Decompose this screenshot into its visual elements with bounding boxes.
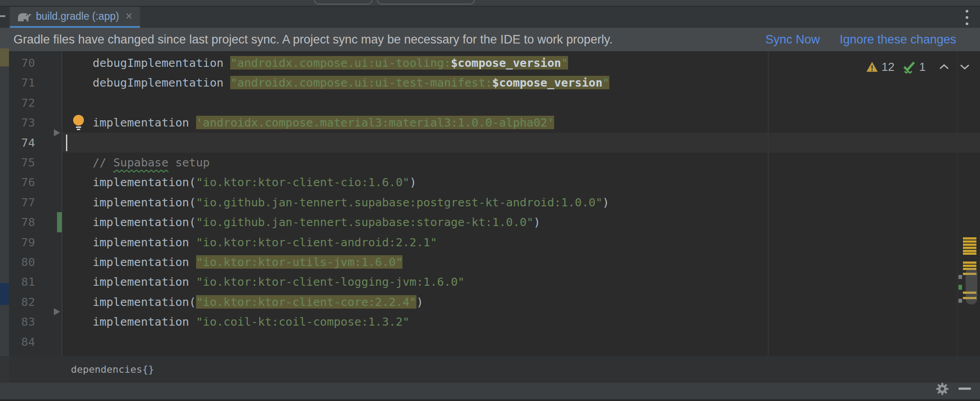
- code-segment: ): [416, 295, 423, 309]
- line-number-82[interactable]: 82: [9, 292, 35, 312]
- code-segment: implementation: [65, 235, 196, 249]
- line-number-76[interactable]: 76: [9, 172, 35, 192]
- bottom-edge-strip: [0, 399, 980, 401]
- line-number-73[interactable]: 73: [9, 113, 35, 132]
- code-segment: implementation(: [65, 295, 196, 309]
- line-number-80[interactable]: 80: [9, 252, 35, 272]
- code-segment: ): [534, 215, 540, 229]
- code-segment: "androidx.compose.ui:ui-test-manifest:: [230, 76, 492, 89]
- code-segment: "io.coil-kt:coil-compose:1.3.2": [196, 315, 410, 328]
- code-line-80[interactable]: implementation "io.ktor:ktor-utils-jvm:1…: [65, 252, 402, 272]
- error-stripe-border: [957, 51, 958, 356]
- line-number-77[interactable]: 77: [9, 192, 35, 212]
- code-line-76[interactable]: implementation("io.ktor:ktor-client-cio:…: [65, 172, 416, 192]
- line-number-74[interactable]: 74: [9, 133, 35, 153]
- code-segment: implementation(: [65, 175, 196, 189]
- line-number-70[interactable]: 70: [9, 53, 35, 73]
- code-segment: ": [603, 76, 609, 89]
- intention-bulb-icon[interactable]: [72, 114, 85, 135]
- warning-stripe-mark[interactable]: [963, 247, 976, 249]
- toolbar-button-cutoff[interactable]: [377, 0, 475, 4]
- code-line-79[interactable]: implementation "io.ktor:ktor-client-andr…: [65, 232, 437, 252]
- info-stripe-mark[interactable]: [958, 299, 962, 303]
- line-number-75[interactable]: 75: [9, 153, 35, 172]
- inspections-widget[interactable]: 12 1: [866, 59, 970, 75]
- fold-marker-icon[interactable]: [54, 129, 60, 136]
- left-outer-strip: [0, 28, 9, 382]
- warning-icon: [866, 61, 878, 73]
- breadcrumb-left-strip: [0, 356, 9, 382]
- code-segment: implementation: [65, 255, 196, 269]
- code-segment: ": [561, 56, 568, 70]
- warning-stripe-mark[interactable]: [963, 244, 976, 246]
- code-segment: debugImplementation: [65, 56, 230, 70]
- code-segment: "io.github.jan-tennert.supabase:storage-…: [196, 215, 534, 229]
- line-number-79[interactable]: 79: [9, 232, 35, 252]
- toolbar-button-cutoff[interactable]: [314, 0, 372, 4]
- gutter-separator: [61, 51, 62, 356]
- line-number-78[interactable]: 78: [9, 212, 35, 232]
- code-segment: "io.ktor:ktor-client-logging-jvm:1.6.0": [196, 275, 465, 288]
- ok-count: 1: [919, 60, 926, 74]
- text-caret: [66, 135, 67, 151]
- warning-stripe-mark[interactable]: [963, 253, 976, 255]
- gear-icon[interactable]: [935, 382, 949, 398]
- code-segment: "io.ktor:ktor-utils-jvm:1.6.0": [196, 255, 403, 269]
- line-number-72[interactable]: 72: [9, 93, 35, 113]
- code-line-71[interactable]: debugImplementation "androidx.compose.ui…: [65, 73, 609, 92]
- warning-stripe-mark[interactable]: [963, 265, 976, 267]
- bottom-tool-bar: [0, 382, 980, 399]
- fold-marker-icon[interactable]: [54, 308, 60, 315]
- info-stripe-mark[interactable]: [958, 275, 962, 279]
- breadcrumb-bar: dependencies{}: [9, 356, 980, 382]
- hide-minimize-icon[interactable]: [958, 388, 971, 390]
- tab-bar-left-strip: [0, 7, 9, 28]
- code-line-70[interactable]: debugImplementation "androidx.compose.ui…: [65, 53, 568, 73]
- code-segment: setup: [168, 156, 210, 169]
- editor-scrollbar-thumb[interactable]: [966, 268, 977, 305]
- code-segment: [65, 156, 92, 169]
- code-line-73[interactable]: implementation 'androidx.compose.materia…: [65, 113, 554, 132]
- tab-label: build.gradle (:app): [36, 10, 119, 22]
- warning-count: 12: [882, 60, 895, 74]
- code-line-75[interactable]: // Supabase setup: [65, 153, 210, 172]
- code-line-83[interactable]: implementation "io.coil-kt:coil-compose:…: [65, 312, 410, 331]
- line-number-84[interactable]: 84: [9, 332, 35, 352]
- code-segment: "androidx.compose.ui:ui-tooling:: [230, 56, 451, 70]
- code-editor[interactable]: 70 debugImplementation "androidx.compose…: [0, 51, 980, 356]
- code-segment: //: [92, 156, 113, 169]
- code-segment: $compose_version: [492, 76, 603, 89]
- code-segment: implementation: [65, 275, 196, 288]
- code-line-77[interactable]: implementation("io.github.jan-tennert.su…: [65, 192, 609, 212]
- current-line-highlight: [62, 133, 980, 153]
- code-segment: "io.ktor:ktor-client-core:2.2.4": [196, 295, 416, 309]
- right-margin-guide: [768, 51, 769, 356]
- strip-olive-marker: [0, 48, 9, 66]
- warning-stripe-mark[interactable]: [963, 262, 976, 264]
- code-segment: 'androidx.compose.material3:material3:1.…: [196, 116, 554, 129]
- warning-stripe-mark[interactable]: [963, 250, 976, 252]
- code-segment: Supabase: [113, 156, 168, 169]
- code-line-81[interactable]: implementation "io.ktor:ktor-client-logg…: [65, 272, 464, 292]
- code-segment: implementation: [65, 315, 196, 328]
- line-number-71[interactable]: 71: [9, 73, 35, 92]
- tab-build-gradle-app[interactable]: build.gradle (:app) ×: [10, 7, 140, 26]
- code-line-82[interactable]: implementation("io.ktor:ktor-client-core…: [65, 292, 423, 312]
- more-options-kebab-icon[interactable]: [965, 10, 969, 25]
- chevron-down-icon[interactable]: [960, 64, 970, 70]
- code-line-78[interactable]: implementation("io.github.jan-tennert.su…: [65, 212, 540, 232]
- ignore-changes-link[interactable]: Ignore these changes: [840, 33, 956, 47]
- warning-stripe-mark[interactable]: [963, 240, 976, 243]
- ok-stripe-mark[interactable]: [958, 285, 962, 290]
- strip-banner-segment: [0, 28, 9, 48]
- sync-now-link[interactable]: Sync Now: [766, 33, 820, 47]
- line-number-83[interactable]: 83: [9, 312, 35, 331]
- code-segment: ): [410, 175, 416, 189]
- vcs-change-bar[interactable]: [57, 212, 62, 232]
- line-number-81[interactable]: 81: [9, 272, 35, 292]
- inspections-ok-icon: [902, 60, 916, 74]
- breadcrumb-dependencies[interactable]: dependencies{}: [71, 364, 154, 375]
- chevron-up-icon[interactable]: [939, 64, 949, 70]
- tab-close-icon[interactable]: ×: [125, 10, 132, 22]
- warning-stripe-mark[interactable]: [963, 237, 976, 240]
